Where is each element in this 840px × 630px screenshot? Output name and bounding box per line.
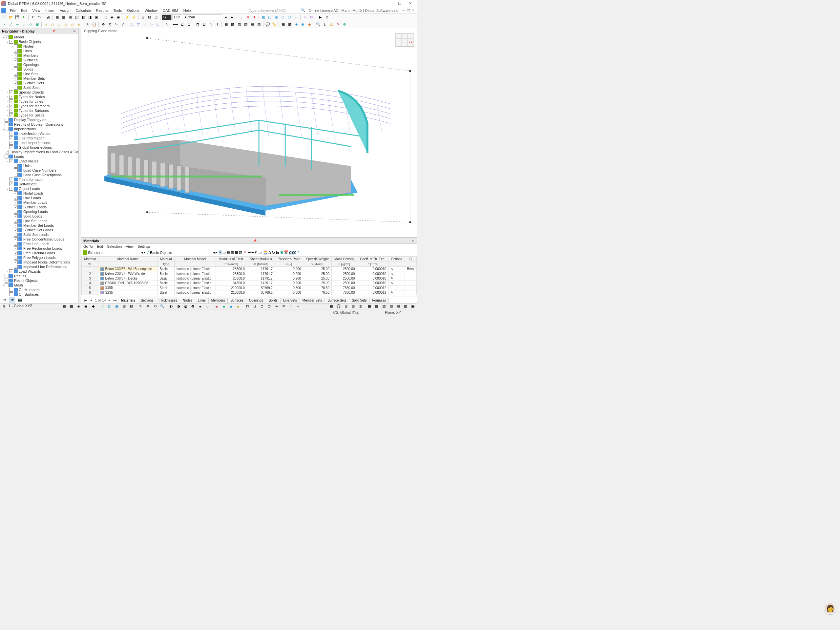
bo-prev-icon[interactable]: ◂ — [213, 250, 215, 255]
tree-item[interactable]: ⌄Model — [0, 35, 79, 39]
sb-z4[interactable]: ⊟ — [351, 304, 356, 309]
info-icon[interactable]: ℹ — [322, 22, 328, 28]
checkbox[interactable] — [9, 99, 13, 103]
menu-icon[interactable] — [1, 8, 6, 13]
fe6-icon[interactable]: ▥ — [256, 22, 262, 28]
surf-load-icon[interactable]: ▦ — [260, 14, 266, 21]
checkbox[interactable] — [14, 72, 18, 76]
tree-item[interactable]: Global Imperfections — [0, 145, 79, 150]
checkbox[interactable] — [14, 173, 18, 177]
checkbox[interactable] — [14, 44, 18, 48]
menu-results[interactable]: Results — [93, 8, 111, 13]
tree-item[interactable]: Member Loads — [0, 200, 79, 205]
tree-item[interactable]: ›Result Objects — [0, 278, 79, 283]
sb-z2[interactable]: 🎧 — [336, 304, 341, 309]
tree-item[interactable]: Nodal Loads — [0, 191, 79, 196]
checkbox[interactable] — [14, 49, 18, 53]
checkbox[interactable] — [14, 191, 18, 195]
delete-row-icon[interactable]: ✕ — [243, 250, 246, 255]
nav-scrollbar[interactable] — [79, 28, 81, 303]
sb-v2[interactable]: ◫ — [107, 304, 112, 309]
checkbox[interactable] — [5, 127, 8, 131]
tree-item[interactable]: Units — [0, 163, 79, 168]
sb-z3[interactable]: ⊞ — [343, 304, 349, 309]
bo-next-icon[interactable]: ▸ — [216, 250, 218, 255]
undo-icon[interactable]: ↶ — [30, 14, 36, 21]
tab-materials[interactable]: Materials — [118, 298, 138, 303]
tb-a4[interactable]: ◫ — [74, 14, 80, 21]
table-row[interactable]: 5S355SteelIsotropic | Linear Elastic2100… — [82, 286, 417, 290]
tree-item[interactable]: ›Display Topology on — [0, 117, 79, 122]
tree-item[interactable]: ›Types for Lines — [0, 99, 79, 104]
fe5-icon[interactable]: ▤ — [249, 22, 255, 28]
dim3-icon[interactable]: ⊐ — [186, 22, 192, 28]
circ-load-icon[interactable]: ○ — [293, 14, 299, 21]
tree-item[interactable]: ⌄Basic Objects — [0, 39, 79, 44]
tree-item[interactable]: Local Imperfections — [0, 141, 79, 145]
tree-item[interactable]: On Surfaces — [0, 292, 79, 296]
surface-icon[interactable]: ▱ — [21, 22, 27, 28]
sb-i5[interactable]: ◆ — [90, 304, 96, 309]
tb-a2[interactable]: ▥ — [61, 14, 66, 21]
mdi-restore[interactable]: ❐ — [406, 9, 411, 12]
sb-s4[interactable]: 🔍 — [159, 304, 165, 309]
tree-item[interactable]: ›Load Wizards — [0, 269, 79, 274]
lc-prev-icon[interactable]: ◂ — [223, 14, 229, 21]
sb-g7[interactable]: ▣ — [410, 304, 415, 309]
table-row[interactable]: 1Beton C30/37 - WU BodenplatteBasicIsotr… — [82, 267, 417, 272]
row-dup-icon[interactable]: ▧ — [239, 250, 242, 255]
save-icon[interactable]: 💾 — [14, 14, 21, 21]
tab-surface-sets[interactable]: Surface Sets — [325, 298, 349, 303]
tree-item[interactable]: ›Openings — [0, 62, 79, 67]
tree-item[interactable]: Line Loads — [0, 196, 79, 200]
tab-sections[interactable]: Sections — [138, 298, 156, 303]
line-load-icon[interactable]: ⇊ — [245, 14, 251, 21]
tab-surfaces[interactable]: Surfaces — [227, 298, 246, 303]
sb-m4[interactable]: ⊐ — [267, 304, 272, 309]
checkbox[interactable] — [14, 63, 18, 66]
tree-item[interactable]: ⌄Loads — [0, 154, 79, 159]
checkbox[interactable] — [5, 155, 8, 158]
line-icon[interactable]: ╱ — [8, 22, 14, 28]
member-icon[interactable]: ═ — [14, 22, 21, 28]
sb-g4[interactable]: ▧ — [388, 304, 394, 309]
fe2-icon[interactable]: ▩ — [230, 22, 235, 28]
checkbox[interactable] — [5, 274, 8, 278]
checkbox[interactable] — [14, 228, 18, 232]
tree-item[interactable]: Member Set Loads — [0, 223, 79, 228]
tree-item[interactable]: Imposed Line Deformations — [0, 264, 79, 269]
rotate-icon[interactable]: ⟲ — [107, 22, 112, 28]
menu-insert[interactable]: Insert — [43, 8, 57, 13]
free-load-icon[interactable]: ◇ — [280, 14, 286, 21]
sb-m5[interactable]: ∿ — [274, 304, 279, 309]
fx-icon[interactable]: 🧮 — [263, 250, 268, 255]
sec1-icon[interactable]: ⊓ — [194, 22, 201, 28]
measure-icon[interactable]: 📏 — [272, 22, 277, 28]
sb-v5[interactable]: ⊟ — [129, 304, 134, 309]
fx2-icon[interactable]: fx — [268, 251, 272, 255]
checkbox[interactable] — [14, 246, 18, 250]
fe1-icon[interactable]: ▦ — [223, 22, 229, 28]
tab-thicknesses[interactable]: Thicknesses — [156, 298, 180, 303]
tree-item[interactable]: Self-weight — [0, 182, 79, 186]
filter-icon[interactable]: ▭ — [259, 250, 262, 255]
mat-menu-go-to[interactable]: Go To — [83, 245, 93, 248]
tree-item[interactable]: Surface Loads — [0, 205, 79, 209]
checkbox[interactable] — [14, 256, 18, 259]
basic-objects-combo[interactable]: Basic Objects — [150, 251, 212, 255]
checkbox[interactable] — [9, 159, 13, 163]
checkbox[interactable] — [14, 58, 18, 62]
sec3-icon[interactable]: ∿ — [208, 22, 214, 28]
mdi-close[interactable]: ✕ — [411, 9, 415, 12]
import-icon[interactable]: ⇥ — [248, 250, 251, 255]
checkbox[interactable] — [9, 288, 13, 292]
checkbox[interactable] — [14, 219, 18, 223]
checkbox[interactable] — [14, 201, 18, 204]
checkbox[interactable] — [9, 145, 13, 149]
cs-combo[interactable]: 1 - Global XYZ — [8, 304, 58, 309]
check-icon[interactable]: ⚙ — [341, 22, 347, 28]
nodal-load-icon[interactable]: ↓ — [238, 14, 244, 21]
tree-item[interactable]: Load Case Descriptions — [0, 172, 79, 177]
tree-item[interactable]: Title Information — [0, 136, 79, 141]
checkbox[interactable] — [14, 164, 18, 168]
